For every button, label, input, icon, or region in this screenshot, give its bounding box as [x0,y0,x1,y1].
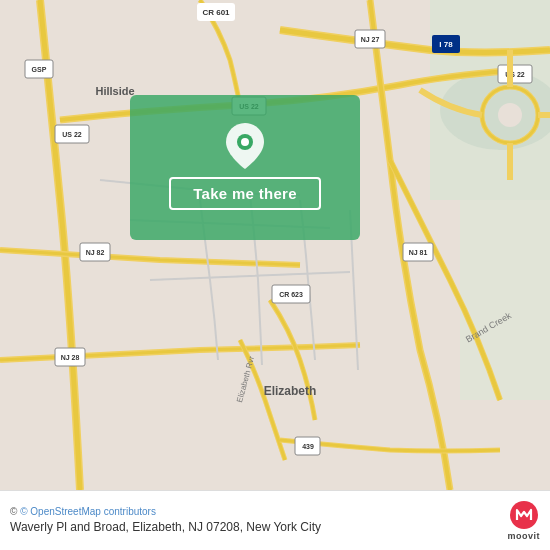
svg-text:NJ 27: NJ 27 [361,36,380,43]
svg-rect-2 [460,200,550,400]
svg-text:NJ 81: NJ 81 [409,249,428,256]
moovit-label: moovit [507,531,540,541]
footer: © © OpenStreetMap contributors Waverly P… [0,490,550,550]
osm-credit: © © OpenStreetMap contributors [10,506,497,517]
location-pin-icon [224,125,266,167]
svg-text:Hillside: Hillside [95,85,134,97]
svg-text:GSP: GSP [32,66,47,73]
osm-link[interactable]: © OpenStreetMap contributors [20,506,156,517]
svg-text:CR 601: CR 601 [202,8,230,17]
moovit-logo: moovit [507,501,540,541]
svg-text:CR 623: CR 623 [279,291,303,298]
take-me-there-button[interactable]: Take me there [169,177,321,210]
map-container: CR 601 I 78 GSP US 22 US 22 US 22 NJ 27 … [0,0,550,490]
svg-text:439: 439 [302,443,314,450]
svg-point-36 [241,138,249,146]
copyright-symbol: © [10,506,17,517]
svg-text:NJ 28: NJ 28 [61,354,80,361]
svg-text:I 78: I 78 [439,40,453,49]
svg-text:NJ 82: NJ 82 [86,249,105,256]
highlight-box: Take me there [130,95,360,240]
svg-text:US 22: US 22 [62,131,82,138]
moovit-icon [510,501,538,529]
svg-text:Elizabeth: Elizabeth [264,384,317,398]
svg-point-34 [498,103,522,127]
address-text: Waverly Pl and Broad, Elizabeth, NJ 0720… [10,519,497,536]
